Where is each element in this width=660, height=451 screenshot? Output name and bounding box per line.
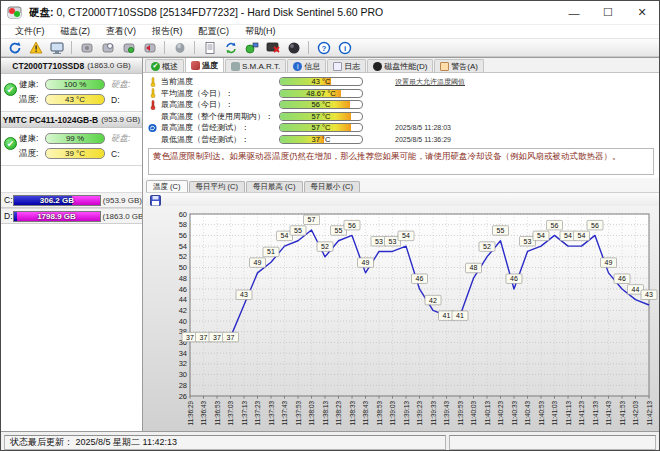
menu-help[interactable]: 帮助(H) [237,25,284,38]
health-bar: 100 % [45,79,105,90]
svg-text:11:38:33: 11:38:33 [349,401,356,426]
toolbar-separator [194,41,195,54]
menu-view[interactable]: 查看(V) [98,25,144,38]
window-title: 硬盘: 0, CT2000T710SSD8 [25134FD77232] - H… [29,6,383,20]
svg-text:37: 37 [200,334,208,341]
svg-text:11:38:13: 11:38:13 [322,401,329,426]
app-window: 硬盘: 0, CT2000T710SSD8 [25134FD77232] - H… [0,0,660,451]
report-document-icon[interactable] [200,40,219,56]
menu-config[interactable]: 配置(C) [191,25,238,38]
svg-text:48: 48 [179,274,187,283]
check-circle-icon: ✔ [151,62,160,71]
status-bar: 状态最后更新： 2025/8/5 星期二 11:42:13 [1,431,659,451]
health-ok-icon: ✔ [4,83,17,96]
help-icon[interactable]: ? [314,40,333,56]
about-info-icon[interactable]: i [335,40,354,56]
temp-label: 温度: [19,148,45,160]
health-label: 健康: [19,79,45,91]
sync-icon[interactable] [221,40,240,56]
disk-test-icon-3[interactable] [119,40,138,56]
tab-overview[interactable]: ✔概述 [145,59,184,72]
tab-log[interactable]: 日志 [327,59,366,72]
temp-bar: 39 °C [45,148,105,159]
system-display-icon[interactable] [47,40,66,56]
subtab-temperature[interactable]: 温度 (C) [146,180,188,192]
svg-text:53: 53 [389,238,397,245]
svg-text:11:40:43: 11:40:43 [524,401,531,426]
drive-letter: D: [105,95,139,105]
svg-text:28: 28 [179,381,187,390]
subtab-daily-average[interactable]: 每日平均 (C) [189,181,246,192]
svg-text:26: 26 [179,392,187,401]
tab-disk-performance[interactable]: 磁盘性能(D) [367,59,433,72]
tab-temperature[interactable]: 温度 [185,57,224,72]
problem-report-icon[interactable] [26,40,45,56]
svg-text:54: 54 [281,232,289,239]
menu-report[interactable]: 报告(R) [144,25,191,38]
maximize-button[interactable]: ☐ [591,1,625,24]
svg-text:49: 49 [254,259,262,266]
svg-text:41: 41 [443,312,451,319]
tab-information[interactable]: i信息 [287,59,326,72]
partition-c[interactable]: C: 306.2 GB (953.9 GB) [1,192,142,208]
acoustic-icon[interactable] [170,40,189,56]
temperature-section: 当前温度 43 °C 设置最大允许温度阈值 平均温度（今日）： 48.67 °C… [143,73,659,146]
svg-text:11:39:33: 11:39:33 [430,401,437,426]
svg-text:50: 50 [179,263,187,272]
disk-test-icon-4[interactable] [140,40,159,56]
svg-text:53: 53 [524,238,532,245]
tab-smart[interactable]: S.M.A.R.T. [225,59,286,72]
partition-total: (1863.0 GB) [101,212,143,221]
save-chart-button[interactable] [148,194,162,206]
svg-text:11:39:13: 11:39:13 [403,401,410,426]
svg-text:55: 55 [294,227,302,234]
tab-bar: ✔概述 温度 S.M.A.R.T. i信息 日志 磁盘性能(D) 警告(A) [143,58,659,73]
set-max-temperature-link[interactable]: 设置最大允许温度阈值 [365,77,655,87]
gauge-icon [373,62,382,71]
close-button[interactable]: ✕ [625,1,659,24]
red-thermometer-icon [148,100,157,109]
svg-text:46: 46 [618,275,626,282]
subtab-daily-maximum[interactable]: 每日最高 (C) [246,181,303,192]
disk-test-icon-1[interactable] [77,40,96,56]
partition-d[interactable]: D: 1798.9 GB (1863.0 GB) [1,208,142,224]
tab-alerts[interactable]: 警告(A) [434,59,484,72]
remote-display-icon[interactable] [263,40,282,56]
temp-value-bar: 57 °C [279,112,363,121]
temp-value-bar: 43 °C [279,77,363,86]
svg-text:11:41:23: 11:41:23 [578,401,585,426]
svg-text:41: 41 [456,312,464,319]
svg-text:55: 55 [497,227,505,234]
menu-disk[interactable]: 磁盘(Z) [53,25,99,38]
disk-entry-ymtc[interactable]: YMTC PC411-1024GB-B (953.9 GB) ✔ 健康: 99 … [1,112,142,166]
svg-text:11:36:43: 11:36:43 [200,401,207,426]
svg-text:11:41:03: 11:41:03 [551,401,558,426]
partition-usage-bar: 306.2 GB [13,195,101,206]
chart-toolbar [146,192,659,206]
health-label: 健康: [19,133,45,145]
temp-value-bar: 37 °C [279,135,363,144]
svg-text:32: 32 [179,359,187,368]
disk-entry-ct2000[interactable]: CT2000T710SSD8 (1863.0 GB) ✔ 健康: 100 % 硬… [1,58,142,112]
svg-text:54: 54 [564,232,572,239]
svg-text:44: 44 [632,286,640,293]
svg-text:53: 53 [375,238,383,245]
performance-sphere-icon[interactable] [284,40,303,56]
health-ok-icon: ✔ [4,137,17,150]
svg-text:11:42:03: 11:42:03 [632,401,639,426]
blue-restore-icon[interactable] [148,123,157,132]
minimize-button[interactable]: — [557,1,591,24]
network-status-icon[interactable] [242,40,261,56]
svg-text:11:40:33: 11:40:33 [511,401,518,426]
subtab-daily-minimum[interactable]: 每日最小 (C) [304,181,361,192]
svg-text:11:38:03: 11:38:03 [308,401,315,426]
svg-text:56: 56 [591,222,599,229]
svg-text:11:37:53: 11:37:53 [295,401,302,426]
svg-text:11:40:13: 11:40:13 [484,401,491,426]
svg-text:11:36:53: 11:36:53 [214,401,221,426]
disk-test-icon-2[interactable] [98,40,117,56]
menu-file[interactable]: 文件(F) [7,25,53,38]
svg-text:11:37:33: 11:37:33 [268,401,275,426]
refresh-icon[interactable] [5,40,24,56]
svg-text:11:39:23: 11:39:23 [416,401,423,426]
